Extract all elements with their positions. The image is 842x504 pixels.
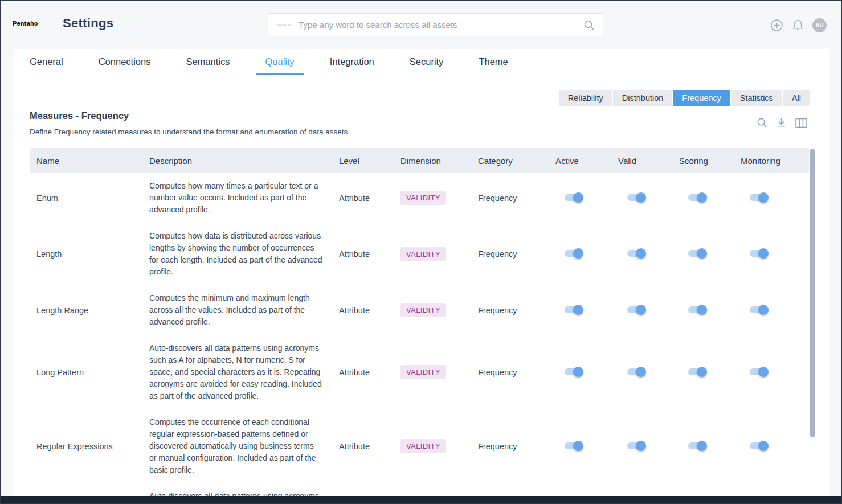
toggle-knob — [697, 441, 707, 451]
active-toggle[interactable] — [565, 442, 582, 449]
dimension-badge: VALIDITY — [400, 247, 446, 261]
tab-semantics[interactable]: Semantics — [177, 49, 239, 75]
measure-category: Frequency — [471, 249, 549, 259]
toggle-knob — [758, 441, 769, 451]
toggle-knob — [697, 248, 707, 259]
search-input[interactable] — [299, 20, 583, 30]
measures-table: Name Description Level Dimension Categor… — [30, 148, 809, 504]
user-avatar[interactable]: AU — [812, 18, 827, 32]
toggle-knob — [573, 367, 583, 377]
col-level: Level — [332, 156, 394, 166]
col-category: Category — [471, 156, 549, 166]
window-bottom-edge — [1, 496, 841, 503]
columns-icon[interactable] — [795, 118, 807, 128]
monitoring-toggle[interactable] — [750, 368, 767, 375]
header-bar: Pentaho Settings HITACHI AU — [1, 1, 841, 49]
tab-theme[interactable]: Theme — [469, 49, 517, 75]
col-dimension: Dimension — [394, 156, 471, 166]
toggle-knob — [636, 441, 646, 451]
table-row: Regular Expressions Computes the occurre… — [30, 409, 809, 483]
measure-category-filter: Reliability Distribution Frequency Stati… — [559, 90, 810, 106]
active-toggle[interactable] — [565, 368, 582, 375]
table-search-icon[interactable] — [757, 117, 767, 128]
pentaho-logo: Pentaho — [13, 20, 38, 27]
search-icon[interactable] — [583, 19, 595, 31]
toggle-knob — [758, 248, 769, 259]
table-scrollbar[interactable] — [810, 149, 815, 437]
monitoring-toggle[interactable] — [750, 306, 767, 313]
monitoring-toggle[interactable] — [750, 250, 767, 257]
toggle-knob — [573, 192, 583, 203]
measure-category: Frequency — [471, 442, 549, 451]
content-card: General Connections Semantics Quality In… — [13, 49, 829, 496]
toggle-knob — [573, 441, 583, 451]
filter-all[interactable]: All — [783, 90, 810, 106]
header-actions: AU — [770, 18, 827, 32]
hitachi-watermark: HITACHI — [277, 23, 291, 27]
valid-toggle[interactable] — [627, 442, 644, 449]
measure-level: Attribute — [332, 442, 394, 451]
filter-statistics[interactable]: Statistics — [731, 90, 783, 106]
valid-toggle[interactable] — [627, 250, 644, 257]
measure-name: Long Pattern — [30, 368, 142, 377]
toggle-knob — [758, 192, 769, 203]
measure-category: Frequency — [471, 368, 549, 377]
toggle-knob — [636, 192, 646, 203]
table-row: Length Range Computes the minimum and ma… — [30, 285, 809, 335]
toggle-knob — [697, 367, 707, 377]
col-scoring: Scoring — [672, 156, 734, 166]
valid-toggle[interactable] — [627, 194, 644, 201]
notifications-bell-icon[interactable] — [792, 19, 804, 32]
tab-general[interactable]: General — [21, 49, 72, 75]
valid-toggle[interactable] — [627, 368, 644, 375]
section-title: Measures - Frequency — [30, 110, 129, 121]
scoring-toggle[interactable] — [688, 442, 705, 449]
toggle-knob — [636, 367, 646, 377]
col-valid: Valid — [611, 156, 672, 166]
measure-description: Computes how data is distributed across … — [142, 223, 332, 285]
add-circle-icon[interactable] — [770, 19, 783, 32]
toggle-knob — [636, 248, 646, 259]
tab-connections[interactable]: Connections — [89, 49, 160, 75]
tab-integration[interactable]: Integration — [321, 49, 383, 75]
filter-frequency[interactable]: Frequency — [673, 90, 731, 106]
tab-quality[interactable]: Quality — [256, 49, 303, 75]
scoring-toggle[interactable] — [688, 250, 705, 257]
table-header-row: Name Description Level Dimension Categor… — [30, 148, 809, 173]
scoring-toggle[interactable] — [688, 194, 705, 201]
toggle-knob — [636, 305, 646, 315]
toggle-knob — [697, 305, 707, 315]
filter-reliability[interactable]: Reliability — [559, 90, 613, 106]
measure-description: Computes how many times a particular tex… — [142, 173, 332, 223]
monitoring-toggle[interactable] — [750, 442, 767, 449]
valid-toggle[interactable] — [627, 306, 644, 313]
measure-name: Length — [30, 249, 142, 259]
scoring-toggle[interactable] — [688, 306, 705, 313]
measure-level: Attribute — [332, 368, 394, 377]
toggle-knob — [573, 305, 583, 315]
measure-level: Attribute — [332, 194, 394, 203]
measure-description: Computes the occurrence of each conditio… — [142, 409, 332, 483]
toggle-knob — [697, 192, 707, 203]
active-toggle[interactable] — [565, 250, 582, 257]
measure-level: Attribute — [332, 306, 394, 315]
filter-distribution[interactable]: Distribution — [613, 90, 673, 106]
download-icon[interactable] — [776, 117, 787, 128]
measure-description: Computes the minimum and maximum length … — [142, 285, 332, 335]
global-search[interactable]: HITACHI — [268, 13, 603, 36]
toggle-knob — [758, 367, 769, 377]
measure-name: Enum — [30, 194, 142, 203]
table-row: Enum Computes how many times a particula… — [30, 173, 809, 223]
scoring-toggle[interactable] — [688, 368, 705, 375]
col-monitoring: Monitoring — [734, 156, 809, 166]
dimension-badge: VALIDITY — [400, 303, 446, 317]
col-description: Description — [142, 156, 332, 166]
col-active: Active — [549, 156, 611, 166]
active-toggle[interactable] — [565, 194, 582, 201]
table-row: Length Computes how data is distributed … — [30, 223, 809, 285]
tab-security[interactable]: Security — [400, 49, 453, 75]
active-toggle[interactable] — [565, 306, 582, 313]
measure-name: Length Range — [30, 306, 142, 315]
monitoring-toggle[interactable] — [750, 194, 767, 201]
quality-content: Reliability Distribution Frequency Stati… — [13, 75, 829, 496]
